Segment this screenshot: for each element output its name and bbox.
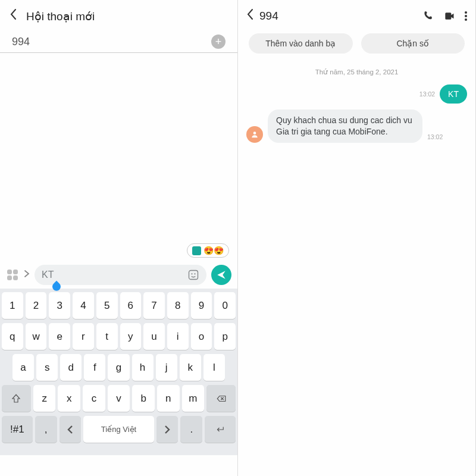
key-6[interactable]: 6: [120, 292, 142, 319]
key-k[interactable]: k: [180, 354, 201, 381]
call-icon[interactable]: [422, 10, 434, 22]
key-8[interactable]: 8: [167, 292, 189, 319]
keyboard-row-numbers: 1 2 3 4 5 6 7 8 9 0: [2, 292, 236, 319]
key-shift[interactable]: [2, 385, 31, 412]
recipient-input[interactable]: 994: [12, 36, 211, 48]
key-z[interactable]: z: [33, 385, 56, 412]
key-symbols[interactable]: !#1: [2, 416, 33, 443]
key-s[interactable]: s: [36, 354, 58, 381]
sticker-icon[interactable]: [187, 269, 199, 281]
key-r[interactable]: r: [73, 323, 94, 350]
key-c[interactable]: c: [83, 385, 105, 412]
suggestion-chips: Thêm vào danh bạ Chặn số: [238, 30, 475, 62]
outgoing-time: 13:02: [419, 90, 435, 98]
key-a[interactable]: a: [12, 354, 34, 381]
key-d[interactable]: d: [60, 354, 82, 381]
conversation-title: 994: [259, 10, 412, 23]
key-comma[interactable]: ,: [35, 416, 57, 443]
emoji-suggestion: 😍😍: [203, 246, 224, 255]
key-p[interactable]: p: [214, 323, 236, 350]
left-header: Hội thoại mới: [0, 0, 237, 30]
send-button[interactable]: [211, 265, 231, 285]
key-lang-next[interactable]: [156, 416, 178, 443]
key-lang-prev[interactable]: [60, 416, 82, 443]
outgoing-bubble[interactable]: KT: [440, 84, 467, 104]
key-0[interactable]: 0: [214, 292, 236, 319]
date-divider: Thứ năm, 25 tháng 2, 2021: [238, 62, 475, 84]
message-body: 😍😍: [0, 53, 237, 261]
contact-number: 994: [259, 10, 278, 22]
block-number-chip[interactable]: Chặn số: [361, 33, 465, 54]
compose-input[interactable]: KT: [35, 265, 206, 285]
key-period[interactable]: .: [180, 416, 202, 443]
key-b[interactable]: b: [132, 385, 155, 412]
key-2[interactable]: 2: [26, 292, 47, 319]
compose-row: KT: [0, 261, 237, 289]
expand-icon[interactable]: [24, 270, 30, 280]
keyboard-row-zxcv: z x c v b n m: [2, 385, 236, 412]
gif-icon: [192, 246, 201, 255]
key-q[interactable]: q: [2, 323, 23, 350]
keyboard: 1 2 3 4 5 6 7 8 9 0 q w e r t y u i o p …: [0, 289, 237, 455]
back-icon[interactable]: [246, 8, 253, 24]
key-4[interactable]: 4: [73, 292, 94, 319]
key-n[interactable]: n: [157, 385, 180, 412]
key-g[interactable]: g: [108, 354, 129, 381]
video-call-icon[interactable]: [443, 10, 455, 22]
compose-text: KT: [42, 270, 187, 280]
left-pane: Hội thoại mới 994 + 😍😍 KT 1 2: [0, 0, 238, 476]
key-t[interactable]: t: [96, 323, 118, 350]
svg-point-2: [194, 273, 195, 274]
key-w[interactable]: w: [26, 323, 47, 350]
key-j[interactable]: j: [156, 354, 177, 381]
key-o[interactable]: o: [191, 323, 212, 350]
key-y[interactable]: y: [120, 323, 142, 350]
right-pane: 994 Thêm vào danh bạ Chặn số Thứ năm, 25…: [238, 0, 476, 476]
key-3[interactable]: 3: [49, 292, 70, 319]
key-space[interactable]: Tiếng Việt: [83, 416, 154, 443]
key-9[interactable]: 9: [191, 292, 212, 319]
keyboard-row-bottom: !#1 , Tiếng Việt .: [2, 416, 236, 443]
svg-point-3: [253, 131, 256, 134]
key-5[interactable]: 5: [96, 292, 118, 319]
right-header: 994: [238, 0, 475, 30]
add-contact-chip[interactable]: Thêm vào danh bạ: [249, 33, 353, 54]
recipient-row: 994 +: [0, 30, 237, 53]
key-7[interactable]: 7: [143, 292, 165, 319]
back-icon[interactable]: [10, 8, 17, 24]
add-recipient-button[interactable]: +: [211, 35, 226, 49]
key-h[interactable]: h: [132, 354, 154, 381]
outgoing-message-row: 13:02 KT: [238, 84, 475, 109]
screen-title: Hội thoại mới: [26, 10, 95, 23]
svg-point-1: [191, 273, 192, 274]
key-enter[interactable]: [205, 416, 236, 443]
key-u[interactable]: u: [143, 323, 165, 350]
key-i[interactable]: i: [167, 323, 189, 350]
svg-rect-0: [189, 271, 198, 280]
incoming-message-row: Quy khach chua su dung cac dich vu Gia t…: [238, 109, 475, 143]
key-x[interactable]: x: [58, 385, 80, 412]
keyboard-row-qwerty: q w e r t y u i o p: [2, 323, 236, 350]
key-backspace[interactable]: [206, 385, 236, 412]
menu-icon[interactable]: [465, 11, 467, 21]
key-v[interactable]: v: [108, 385, 130, 412]
sender-avatar[interactable]: [246, 126, 263, 143]
key-f[interactable]: f: [84, 354, 105, 381]
keyboard-row-asdf: a s d f g h j k l: [2, 354, 236, 381]
incoming-time: 13:02: [427, 133, 443, 143]
key-1[interactable]: 1: [2, 292, 23, 319]
key-l[interactable]: l: [203, 354, 225, 381]
emoji-suggestion-pill[interactable]: 😍😍: [187, 243, 229, 258]
key-m[interactable]: m: [182, 385, 205, 412]
key-e[interactable]: e: [49, 323, 70, 350]
incoming-bubble[interactable]: Quy khach chua su dung cac dich vu Gia t…: [268, 109, 422, 143]
apps-grid-icon[interactable]: [6, 268, 19, 281]
